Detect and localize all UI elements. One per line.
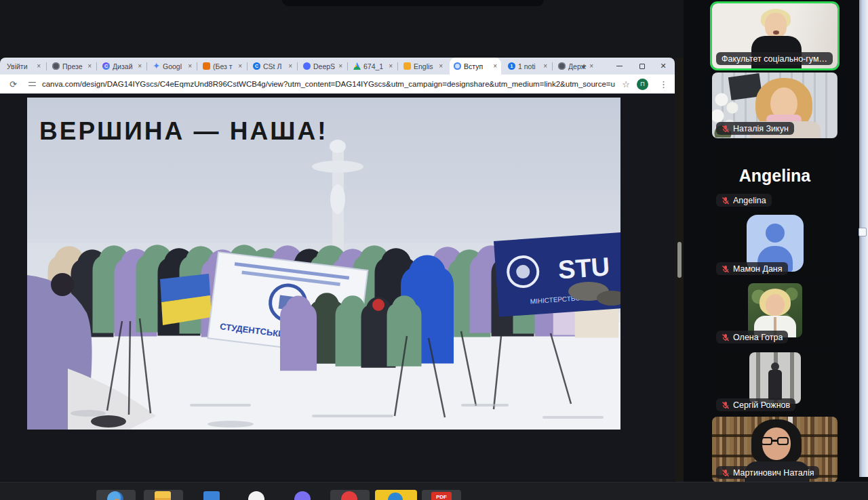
tab-vstup-active[interactable]: Вступ × xyxy=(450,58,501,75)
participant-tile-video[interactable]: Наталія Зикун xyxy=(712,72,837,138)
tab-close-icon[interactable]: × xyxy=(589,63,593,70)
speaker-mouth xyxy=(773,30,779,35)
new-tab-button[interactable]: + xyxy=(578,60,590,72)
tab-close-icon[interactable]: × xyxy=(188,63,192,70)
tab-close-icon[interactable]: × xyxy=(288,63,292,70)
glasses-left xyxy=(761,437,772,445)
blue-c-favicon: C xyxy=(253,62,260,70)
participant-name-label: Мамон Даня xyxy=(716,262,788,275)
tab-separator xyxy=(247,62,248,70)
url-text[interactable]: canva.com/design/DAG14IYGscs/C4eEqmzUnd8… xyxy=(42,80,615,88)
participant-name-label: Факультет соціально-гум… xyxy=(716,52,833,65)
tab-separator xyxy=(397,62,398,70)
tab-untitled[interactable]: (Без т × xyxy=(199,58,246,75)
orange-case-favicon xyxy=(403,62,411,70)
muted-mic-icon xyxy=(722,469,730,477)
window-minimize-button[interactable] xyxy=(608,58,631,75)
slide-photo-summit[interactable]: ВЕРШИНА — НАША! xyxy=(27,98,620,430)
participant-tile-avatar[interactable]: Сергій Рожнов xyxy=(712,350,837,415)
canva-favicon: C xyxy=(102,62,110,70)
stu-flag: STU МІНІСТЕРСТВО ФІНАНСІВ xyxy=(494,231,620,317)
gemini-spark-favicon: ✦ xyxy=(153,62,160,70)
browser-tab-bar: Увійти × Презе × C Дизай × ✦ Googl × xyxy=(0,58,675,75)
background-window-edge xyxy=(859,0,868,477)
tab-dyzai[interactable]: C Дизай × xyxy=(98,58,146,75)
participant-tile-video[interactable]: Факультет соціально-гум… xyxy=(712,3,837,68)
tab-derzh[interactable]: Держ × xyxy=(554,58,597,75)
globe-favicon xyxy=(558,62,566,70)
zoom-meeting-window: Увійти × Презе × C Дизай × ✦ Googl × xyxy=(0,0,868,500)
ukraine-flag xyxy=(160,274,212,325)
taskbar-yellow-app-icon[interactable] xyxy=(375,490,417,500)
participant-tile-avatar[interactable]: Олена Готра xyxy=(712,282,837,347)
browser-content-area: ВЕРШИНА — НАША! xyxy=(0,93,675,481)
deepseek-whale-favicon xyxy=(303,62,311,70)
participant-tile-video[interactable]: Мартинович Наталія xyxy=(712,417,837,482)
orange-bag-favicon xyxy=(203,62,210,70)
muted-mic-icon xyxy=(722,125,730,133)
participant-big-name: Angelina xyxy=(712,166,837,186)
stu-flag-text: STU xyxy=(557,252,611,284)
tab-close-icon[interactable]: × xyxy=(338,63,342,70)
tab-english[interactable]: Englis × xyxy=(399,58,447,75)
globe-favicon xyxy=(52,62,60,70)
tab-google[interactable]: ✦ Googl × xyxy=(149,58,196,75)
muted-mic-icon xyxy=(722,401,730,409)
taskbar-blue-app-icon[interactable] xyxy=(203,491,220,500)
tab-separator xyxy=(146,62,147,70)
avatar-photo xyxy=(748,283,802,337)
site-info-icon[interactable] xyxy=(28,80,37,89)
participant-tile-avatar[interactable]: Мамон Даня xyxy=(712,212,837,278)
person-icon xyxy=(766,224,785,243)
tab-cst[interactable]: C CSt Л × xyxy=(249,58,296,75)
refresh-icon[interactable]: ⟳ xyxy=(9,79,17,89)
taskbar-pdf-app-icon[interactable]: PDF xyxy=(431,492,452,500)
speaker-face xyxy=(765,13,787,39)
browser-window: Увійти × Презе × C Дизай × ✦ Googl × xyxy=(0,58,675,481)
tab-separator xyxy=(347,62,348,70)
browser-profile-avatar[interactable]: П xyxy=(637,79,648,90)
browser-menu-icon[interactable]: ⋮ xyxy=(659,79,668,89)
tab-separator xyxy=(96,62,97,70)
tab-separator xyxy=(197,62,197,70)
tab-separator xyxy=(552,62,553,70)
browser-url-bar: ⟳ canva.com/design/DAG14IYGscs/C4eEqmzUn… xyxy=(0,75,675,93)
tab-close-icon[interactable]: × xyxy=(238,63,242,70)
participant-name-label: Angelina xyxy=(716,194,772,207)
participant-tile-name-only[interactable]: Angelina Angelina xyxy=(712,143,837,210)
taskbar: PDF xyxy=(0,482,868,500)
taskbar-white-app-icon[interactable] xyxy=(248,491,264,500)
tab-separator xyxy=(46,62,47,70)
blue-ring-favicon xyxy=(454,62,461,70)
slide-title: ВЕРШИНА — НАША! xyxy=(39,117,328,145)
glasses-right xyxy=(777,437,789,445)
page-scrollbar-thumb[interactable] xyxy=(677,242,682,278)
tab-notification[interactable]: 1 1 noti × xyxy=(504,58,551,75)
tab-close-icon[interactable]: × xyxy=(493,63,497,70)
tab-deepseek[interactable]: DeepS × xyxy=(299,58,347,75)
taskbar-file-explorer-icon[interactable] xyxy=(155,491,171,500)
tab-close-icon[interactable]: × xyxy=(543,63,547,70)
tab-close-icon[interactable]: × xyxy=(138,63,142,70)
tab-close-icon[interactable]: × xyxy=(37,63,41,70)
tab-close-icon[interactable]: × xyxy=(389,63,393,70)
notification-1-favicon: 1 xyxy=(508,62,515,70)
window-close-button[interactable]: ✕ xyxy=(652,58,675,75)
back-button-cut xyxy=(0,75,5,93)
participant-name-label: Сергій Рожнов xyxy=(716,398,795,411)
muted-mic-icon xyxy=(722,265,730,273)
muted-mic-icon xyxy=(722,333,730,341)
zoom-collapsed-toolbar[interactable] xyxy=(282,0,544,6)
avatar-photo-bw xyxy=(749,352,801,404)
tab-close-icon[interactable]: × xyxy=(439,63,443,70)
tab-preze[interactable]: Презе × xyxy=(48,58,96,75)
taskbar-purple-app-icon[interactable] xyxy=(294,491,311,500)
window-restore-button[interactable] xyxy=(631,58,654,75)
participant-name-label: Олена Готра xyxy=(716,331,788,343)
background-window-handle[interactable] xyxy=(859,228,867,236)
tab-uviity[interactable]: Увійти × xyxy=(3,58,45,75)
muted-mic-icon xyxy=(722,196,730,205)
tab-close-icon[interactable]: × xyxy=(87,63,92,70)
bookmark-star-icon[interactable]: ☆ xyxy=(622,79,630,89)
tab-drive-file[interactable]: 674_1 × xyxy=(349,58,397,75)
